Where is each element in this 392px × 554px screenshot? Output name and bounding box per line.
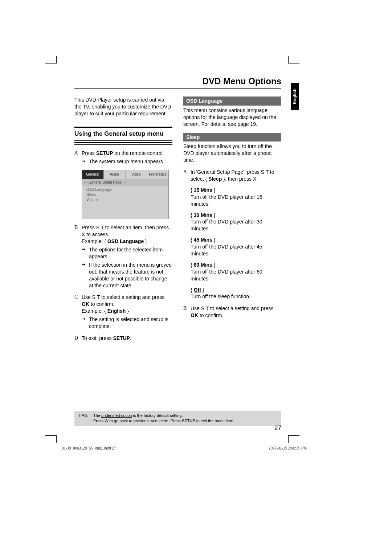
option-description: Turn off the sleep function.: [191, 293, 281, 300]
example-bold: English: [107, 308, 126, 314]
tips-bold: SETUP: [182, 419, 195, 423]
footer-timestamp: 2007-01-15 2:08:35 PM: [269, 446, 307, 450]
osd-tab-general: General: [82, 170, 104, 179]
intro-text: This DVD Player setup is carried out via…: [74, 97, 172, 117]
step-text: }, then press X.: [222, 176, 258, 182]
step-d: D To exit, press SETUP.: [74, 335, 172, 342]
step-marker: C: [74, 294, 82, 329]
step-text: to confirm.: [89, 301, 114, 307]
option-label: { 15 Mins }: [191, 187, 281, 194]
step-b: B Press S T to select an item, then pres…: [74, 224, 172, 289]
osd-item: OSD Language: [86, 187, 166, 192]
tips-text: to exit the menu item.: [195, 419, 234, 423]
osd-item: Sleep: [86, 192, 166, 197]
osd-tab-audio: Audio: [104, 170, 126, 179]
tips-text: is the factory default setting.: [132, 413, 183, 418]
osd-menu-illustration: General Audio Video Preference - - Gener…: [82, 170, 169, 219]
osd-language-heading: OSD Language: [183, 97, 281, 106]
sub-text: If the selection in the menu is greyed o…: [89, 262, 172, 289]
option-description: Turn off the DVD player after 60 minutes…: [191, 268, 281, 282]
sub-text: The options for the selected item appear…: [89, 246, 172, 260]
step-text: .: [130, 335, 131, 341]
step-c: C Use S T to select a setting and press …: [74, 294, 172, 329]
step-text: To exit, press: [82, 335, 113, 341]
page-title: DVD Menu Options: [74, 76, 281, 89]
arrow-icon: ➔: [82, 246, 89, 260]
sleep-body: Sleep function allows you to turn off th…: [183, 143, 281, 164]
sleep-option: { 30 Mins }Turn off the DVD player after…: [191, 212, 281, 233]
arrow-icon: ➔: [82, 262, 89, 289]
crop-mark: [289, 63, 299, 63]
crop-mark: [288, 56, 289, 63]
osd-language-body: This menu contains various language opti…: [183, 107, 281, 128]
left-column: This DVD Player setup is carried out via…: [74, 97, 172, 342]
step-a: A Press SETUP on the remote control. ➔ T…: [74, 150, 172, 165]
sleep-step-b: B Use S T to select a setting and press …: [183, 305, 281, 319]
crop-mark: [45, 63, 56, 63]
footer-filename: 01-39_dvp3120_55_eng1.indd 27: [62, 446, 116, 450]
step-bold: OK: [191, 312, 198, 318]
tips-underline: underlined option: [101, 413, 132, 418]
example-text: }: [144, 238, 147, 244]
osd-tab-video: Video: [126, 170, 147, 179]
sleep-step-a: A In 'General Setup Page', press S T to …: [183, 169, 281, 182]
step-bold: SETUP: [96, 150, 113, 156]
step-marker: D: [74, 335, 82, 342]
arrow-icon: ➔: [82, 316, 89, 330]
page-number: 27: [274, 424, 281, 432]
sleep-option: { 45 Mins }Turn off the DVD player after…: [191, 237, 281, 257]
crop-mark: [45, 435, 56, 436]
sub-text: The system setup menu appears.: [89, 158, 172, 165]
sub-text: The setting is selected and setup is com…: [89, 316, 172, 330]
osd-item: Volume: [86, 197, 166, 202]
page-content: English DVD Menu Options This DVD Player…: [74, 76, 281, 342]
step-text: Use S T to select a setting and press: [191, 305, 273, 311]
step-marker: B: [74, 224, 82, 289]
step-bold: Sleep: [208, 176, 222, 182]
tips-text: The: [93, 413, 101, 418]
option-description: Turn off the DVD player after 30 minutes…: [191, 218, 281, 232]
osd-tab-preference: Preference: [147, 170, 168, 179]
option-description: Turn off the DVD player after 45 minutes…: [191, 243, 281, 257]
osd-header: - - General Setup Page - -: [82, 179, 168, 186]
example-text: }: [126, 308, 129, 314]
step-text: Press: [82, 150, 96, 156]
section-heading: Using the General setup menu: [74, 127, 172, 145]
step-marker: A: [183, 169, 191, 182]
language-tab: English: [291, 83, 299, 110]
crop-mark: [56, 56, 57, 63]
option-label: { 45 Mins }: [191, 237, 281, 243]
step-text: Use S T to select a setting and press: [82, 294, 164, 300]
example-text: Example: {: [82, 238, 107, 244]
sleep-option: { 60 Mins }Turn off the DVD player after…: [191, 262, 281, 282]
example-text: Example: {: [82, 308, 107, 314]
example-bold: OSD Language: [107, 238, 144, 244]
tips-box: TIPS: The underlined option is the facto…: [74, 411, 281, 426]
option-label: { 60 Mins }: [191, 262, 281, 268]
step-bold: SETUP: [113, 335, 130, 341]
sleep-option: { 15 Mins }Turn off the DVD player after…: [191, 187, 281, 208]
step-marker: B: [183, 305, 191, 319]
option-label: { Off }: [191, 287, 281, 294]
tips-label: TIPS:: [78, 413, 93, 424]
step-text: to confirm.: [198, 312, 223, 318]
sleep-heading: Sleep: [183, 133, 281, 142]
crop-mark: [56, 435, 57, 443]
step-text: on the remote control.: [113, 150, 164, 156]
tips-body: The underlined option is the factory def…: [93, 413, 234, 424]
option-label: { 30 Mins }: [191, 212, 281, 219]
option-description: Turn off the DVD player after 15 minutes…: [191, 194, 281, 208]
tips-text: Press W to go back to previous menu item…: [93, 419, 182, 423]
step-bold: OK: [82, 301, 89, 307]
crop-mark: [288, 435, 289, 443]
step-marker: A: [74, 150, 82, 165]
step-text: Press S T to select an item, then press …: [82, 224, 172, 238]
sleep-option: { Off }Turn off the sleep function.: [191, 287, 281, 300]
crop-mark: [289, 435, 299, 436]
right-column: OSD Language This menu contains various …: [183, 97, 281, 342]
arrow-icon: ➔: [82, 158, 89, 165]
